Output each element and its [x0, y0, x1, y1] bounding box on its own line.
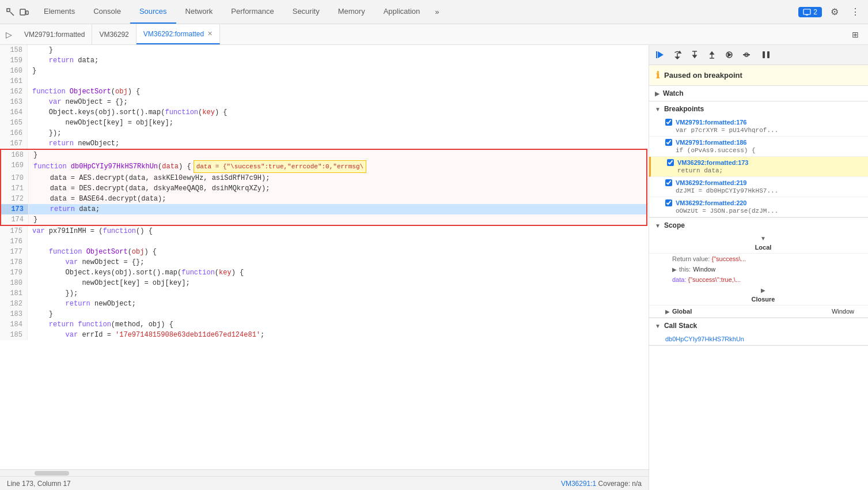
scope-section-header[interactable]: ▼ Scope [649, 218, 868, 233]
tab-performance[interactable]: Performance [222, 0, 283, 24]
closure-scope[interactable]: ▶ Closure [649, 285, 868, 306]
code-line-180: 180 newObject[key] = obj[key]; [0, 278, 649, 288]
breakpoints-chevron: ▼ [655, 106, 661, 112]
scope-section: ▼ Scope ▼ Local Return value: {"success\… [649, 218, 868, 318]
bp-location-4: VM36292:formatted:220 [676, 199, 747, 206]
step-over-button[interactable] [670, 47, 685, 62]
horizontal-scrollbar[interactable] [0, 469, 649, 476]
more-tabs-icon[interactable]: » [429, 7, 445, 16]
bp-checkbox-0[interactable] [665, 119, 672, 126]
inspect-icon[interactable] [5, 6, 16, 18]
tab-security[interactable]: Security [283, 0, 329, 24]
tab-elements[interactable]: Elements [35, 0, 84, 24]
code-line-182: 182 return newObject; [0, 299, 649, 309]
devtools-icons [0, 6, 35, 18]
tab-network[interactable]: Network [176, 0, 222, 24]
bp-checkbox-2[interactable] [667, 159, 674, 166]
callstack-section: ▼ Call Stack db0HpCYIy97HkHS7RkhUn [649, 318, 868, 346]
search-in-file-icon[interactable]: ⊞ [847, 27, 863, 43]
svg-rect-20 [767, 51, 770, 58]
deactivate-breakpoints-button[interactable] [739, 47, 754, 62]
callstack-item-0[interactable]: db0HpCYIy97HkHS7RkhUn [649, 333, 868, 345]
step-into-button[interactable] [687, 47, 702, 62]
cursor-position: Line 173, Column 17 [7, 480, 71, 488]
run-snippet-icon[interactable]: ▷ [0, 26, 17, 43]
bp-checkbox-3[interactable] [665, 179, 672, 186]
tab-application[interactable]: Application [374, 0, 430, 24]
paused-text: Paused on breakpoint [664, 71, 742, 80]
global-expand-arrow: ▶ [665, 308, 670, 315]
svg-rect-0 [7, 9, 10, 12]
resume-button[interactable] [653, 47, 668, 62]
file-tab-1[interactable]: VM36292 [92, 24, 136, 44]
global-scope[interactable]: ▶ Global Window [649, 306, 868, 318]
code-line-168: 168 } [0, 149, 647, 160]
more-options-icon[interactable]: ⋮ [847, 4, 863, 20]
code-line-162: 162 function ObjectSort(obj) { [0, 86, 649, 97]
svg-rect-2 [26, 11, 28, 14]
main-content: 158 } 159 return data; 160 } 161 162 [0, 45, 868, 490]
code-line-171: 171 data = DES.decrypt(data, dskyaMeeQAQ… [0, 183, 647, 194]
bp-location-2: VM36292:formatted:173 [677, 159, 749, 166]
bp-code-1: if (oPvAs9.success) { [665, 147, 861, 154]
file-tab-2[interactable]: VM36292:formatted ✕ [137, 24, 220, 44]
watch-section: ▶ Watch [649, 86, 868, 101]
watch-section-header[interactable]: ▶ Watch [649, 86, 868, 101]
bp-code-4: oOWzUt = JSON.parse(dzJM... [665, 208, 861, 214]
code-line-164: 164 Object.keys(obj).sort().map(function… [0, 107, 649, 118]
bp-code-3: dzJMI = db0HpCYIy97HkHS7... [665, 187, 861, 194]
closure-expand-arrow: ▶ [761, 287, 765, 293]
svg-rect-5 [656, 51, 657, 58]
breakpoints-list: VM29791:formatted:176 var p7crXYR = pU14… [649, 116, 868, 217]
bp-code-0: var p7crXYR = pU14Vhqrof... [665, 127, 861, 134]
code-line-161: 161 [0, 76, 649, 86]
notification-badge[interactable]: 2 [798, 7, 822, 17]
svg-marker-13 [710, 52, 714, 54]
tab-sources[interactable]: Sources [130, 0, 176, 24]
debug-toolbar [649, 45, 868, 65]
code-line-163: 163 var newObject = {}; [0, 97, 649, 107]
file-tab-label-1: VM36292 [99, 31, 128, 39]
breakpoint-2[interactable]: VM36292:formatted:173 return data; [649, 157, 868, 177]
breakpoints-section-header[interactable]: ▼ Breakpoints [649, 101, 868, 116]
file-tabs-right: ⊞ [847, 27, 868, 43]
svg-rect-19 [763, 51, 765, 58]
tab-memory[interactable]: Memory [329, 0, 374, 24]
callstack-chevron: ▼ [655, 323, 661, 329]
top-bar-right: 2 ⚙ ⋮ [798, 4, 868, 20]
file-tab-close-2[interactable]: ✕ [207, 30, 213, 37]
code-scroll-area[interactable]: 158 } 159 return data; 160 } 161 162 [0, 45, 649, 469]
settings-icon[interactable]: ⚙ [827, 4, 843, 20]
device-icon[interactable] [18, 6, 30, 18]
paused-banner: ℹ Paused on breakpoint [649, 65, 868, 86]
step-button[interactable] [722, 47, 737, 62]
scope-data: data: {"success\":true,\... [649, 274, 868, 285]
code-line-165: 165 newObject[key] = obj[key]; [0, 118, 649, 128]
code-line-175: 175 var px791InMH = (function() { [0, 226, 649, 236]
step-out-button[interactable] [704, 47, 719, 62]
tab-console[interactable]: Console [84, 0, 130, 24]
code-line-159: 159 return data; [0, 55, 649, 66]
scope-this[interactable]: ▶ this: Window [649, 264, 868, 274]
bp-checkbox-1[interactable] [665, 139, 672, 146]
this-expand-arrow: ▶ [672, 266, 677, 273]
global-label: Global [672, 308, 692, 315]
code-line-184: 184 return function(method, obj) { [0, 319, 649, 330]
closure-label: Closure [752, 296, 775, 303]
breakpoint-4[interactable]: VM36292:formatted:220 oOWzUt = JSON.pars… [649, 197, 868, 217]
breakpoints-label: Breakpoints [664, 105, 704, 113]
breakpoint-1[interactable]: VM29791:formatted:186 if (oPvAs9.success… [649, 137, 868, 157]
breakpoint-0[interactable]: VM29791:formatted:176 var p7crXYR = pU14… [649, 116, 868, 137]
code-line-177: 177 function ObjectSort(obj) { [0, 247, 649, 257]
code-line-166: 166 }); [0, 128, 649, 138]
scope-label: Scope [664, 221, 685, 229]
bp-checkbox-4[interactable] [665, 199, 672, 206]
local-scope[interactable]: ▼ Local [649, 233, 868, 254]
breakpoint-3[interactable]: VM36292:formatted:219 dzJMI = db0HpCYIy9… [649, 177, 868, 197]
file-tab-0[interactable]: VM29791:formatted [17, 24, 92, 44]
code-line-158: 158 } [0, 45, 649, 55]
coverage-link[interactable]: VM36291:1 [561, 480, 596, 488]
callstack-label: Call Stack [664, 322, 697, 330]
callstack-section-header[interactable]: ▼ Call Stack [649, 318, 868, 333]
pause-on-exceptions-button[interactable] [759, 47, 774, 62]
